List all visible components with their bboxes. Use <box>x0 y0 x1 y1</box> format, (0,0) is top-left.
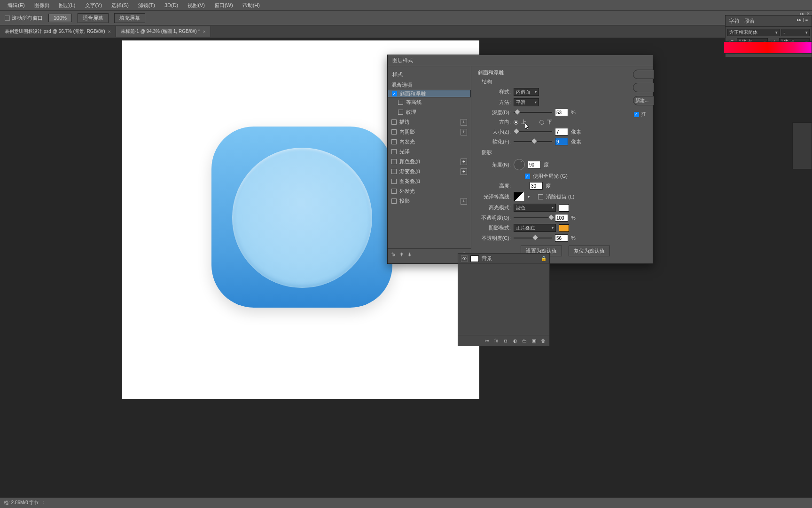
menu-help[interactable]: 帮助(H) <box>238 1 265 10</box>
size-slider[interactable] <box>514 129 552 134</box>
style-pattern-overlay[interactable]: 图案叠加 <box>388 176 471 186</box>
doc-tab-2[interactable]: 未标题-1 @ 94.3% (椭圆 1, RGB/8#) * × <box>116 26 211 37</box>
altitude-input[interactable] <box>530 182 543 190</box>
shadow-color-swatch[interactable] <box>559 224 569 232</box>
depth-input[interactable] <box>555 109 568 116</box>
size-input[interactable] <box>555 128 568 135</box>
menu-layer[interactable]: 图层(L) <box>54 1 80 10</box>
down-arrow-icon[interactable]: ↡ <box>407 252 412 258</box>
checkbox-icon[interactable] <box>391 198 397 204</box>
fx-icon[interactable]: fx <box>391 252 396 258</box>
direction-down-radio[interactable] <box>539 120 544 125</box>
style-stroke[interactable]: 描边 + <box>388 117 471 127</box>
add-effect-icon[interactable]: + <box>461 159 467 165</box>
add-effect-icon[interactable]: + <box>461 129 467 135</box>
style-outer-glow[interactable]: 外发光 <box>388 186 471 196</box>
global-light-check[interactable] <box>525 174 530 179</box>
highlight-opacity-slider[interactable] <box>514 215 552 220</box>
blending-options-item[interactable]: 混合选项 <box>388 80 471 90</box>
fill-screen-button[interactable]: 填充屏幕 <box>114 13 145 23</box>
mask-icon[interactable]: ◘ <box>502 337 509 344</box>
checkbox-icon[interactable] <box>392 91 397 96</box>
scroll-all-windows-check[interactable]: 滚动所有窗口 <box>5 15 43 22</box>
soften-input[interactable] <box>555 138 568 145</box>
tab-character[interactable]: 字符 <box>729 17 740 24</box>
highlight-opacity-input[interactable] <box>555 214 568 222</box>
style-bevel-emboss[interactable]: 斜面和浮雕 <box>388 90 471 97</box>
preview-check[interactable]: 打 <box>633 111 654 118</box>
style-gradient-overlay[interactable]: 渐变叠加 + <box>388 167 471 176</box>
menu-view[interactable]: 视图(V) <box>183 1 210 10</box>
menu-3d[interactable]: 3D(D) <box>160 1 183 9</box>
layer-background[interactable]: 👁 背景 🔒 <box>458 254 549 264</box>
style-inner-shadow[interactable]: 内阴影 + <box>388 127 471 137</box>
menu-type[interactable]: 文字(Y) <box>80 1 107 10</box>
rounded-square-shape[interactable] <box>211 127 392 308</box>
style-satin[interactable]: 光泽 <box>388 147 471 157</box>
style-drop-shadow[interactable]: 投影 + <box>388 196 471 206</box>
fx-icon[interactable]: fx <box>493 337 500 344</box>
lock-icon[interactable]: 🔒 <box>541 256 547 261</box>
tab-paragraph[interactable]: 段落 <box>744 17 755 24</box>
checkbox-icon[interactable] <box>391 169 397 174</box>
checkbox-icon[interactable] <box>391 189 397 194</box>
depth-slider[interactable] <box>514 110 552 115</box>
shadow-opacity-slider[interactable] <box>514 236 552 240</box>
shadow-opacity-input[interactable] <box>555 234 568 242</box>
direction-up-radio[interactable] <box>514 120 518 125</box>
panel-collapse-icon[interactable]: ▸▸ | ≡ <box>797 17 808 24</box>
folder-icon[interactable]: 🗀 <box>521 337 528 344</box>
zoom-100-button[interactable]: 100% <box>48 14 72 22</box>
checkbox-icon[interactable] <box>391 139 397 144</box>
gloss-contour-picker[interactable] <box>514 192 525 201</box>
reset-default-button[interactable]: 复位为默认值 <box>569 246 610 256</box>
font-style-select[interactable]: -▾ <box>781 29 810 36</box>
checkbox-icon[interactable] <box>391 129 397 135</box>
style-color-overlay[interactable]: 颜色叠加 + <box>388 157 471 167</box>
add-effect-icon[interactable]: + <box>461 168 467 175</box>
angle-input[interactable] <box>528 161 541 168</box>
menu-window[interactable]: 窗口(W) <box>210 1 238 10</box>
checkbox-icon[interactable] <box>398 110 403 115</box>
shadow-mode-select[interactable]: 正片叠底▾ <box>514 224 556 232</box>
add-effect-icon[interactable]: + <box>461 119 467 126</box>
style-contour[interactable]: 等高线 <box>388 97 471 107</box>
close-icon[interactable]: × <box>203 29 206 34</box>
anti-alias-check[interactable] <box>538 194 543 199</box>
bevel-style-select[interactable]: 内斜面▾ <box>514 88 539 96</box>
font-family-select[interactable]: 方正粗宋简体▾ <box>727 29 780 36</box>
ok-button[interactable] <box>633 70 654 79</box>
fit-screen-button[interactable]: 适合屏幕 <box>78 13 109 23</box>
new-layer-icon[interactable]: ▣ <box>531 337 537 344</box>
add-effect-icon[interactable]: + <box>461 198 467 205</box>
menu-filter[interactable]: 滤镜(T) <box>133 1 160 10</box>
style-inner-glow[interactable]: 内发光 <box>388 137 471 147</box>
doc-tab-1[interactable]: 表创意UI图标设计.psd @ 66.7% (背景, RGB/8#) × <box>0 26 116 37</box>
link-icon[interactable]: ⚯ <box>484 337 490 344</box>
checkbox-icon[interactable] <box>391 119 397 125</box>
color-ramp[interactable] <box>724 41 812 54</box>
technique-select[interactable]: 平滑▾ <box>514 98 539 106</box>
chevron-right-icon[interactable]: 〉 <box>42 500 47 506</box>
angle-dial[interactable] <box>514 159 525 170</box>
checkbox-icon[interactable] <box>391 159 397 164</box>
highlight-color-swatch[interactable] <box>559 204 569 212</box>
menu-image[interactable]: 图像(I) <box>30 1 54 10</box>
checkbox-icon[interactable] <box>391 149 397 154</box>
highlight-mode-select[interactable]: 滤色▾ <box>514 204 556 212</box>
layer-thumbnail[interactable] <box>470 255 479 262</box>
menu-select[interactable]: 选择(S) <box>107 1 133 10</box>
checkbox-icon[interactable] <box>398 100 403 105</box>
new-style-button[interactable]: 新建... <box>633 96 654 105</box>
adjustment-icon[interactable]: ◐ <box>512 337 518 344</box>
menu-edit[interactable]: 编辑(E) <box>3 1 30 10</box>
up-arrow-icon[interactable]: ↟ <box>399 252 404 258</box>
checkbox-icon[interactable] <box>391 179 397 184</box>
soften-slider[interactable] <box>514 139 552 144</box>
cancel-button[interactable] <box>633 83 654 92</box>
trash-icon[interactable]: 🗑 <box>540 337 547 344</box>
visibility-icon[interactable]: 👁 <box>461 255 468 262</box>
style-texture[interactable]: 纹理 <box>388 107 471 117</box>
close-icon[interactable]: × <box>108 29 111 34</box>
circle-shape[interactable] <box>232 148 372 288</box>
